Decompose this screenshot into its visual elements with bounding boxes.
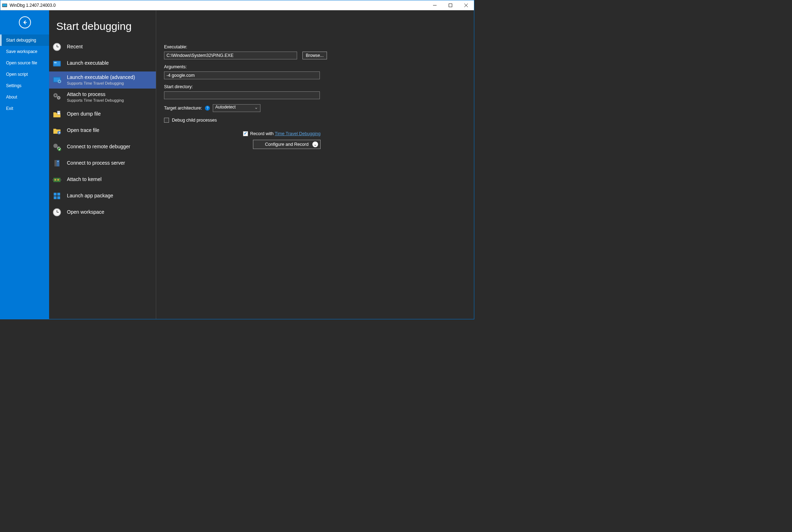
sidebar-item-exit[interactable]: Exit [0,103,49,114]
close-button[interactable] [458,0,474,10]
dump-file-icon [52,109,62,119]
window-title: WinDbg 1.2407.24003.0 [10,3,427,8]
svg-rect-39 [54,196,57,199]
sidebar-item-label: About [6,95,17,100]
titlebar: WinDbg 1.2407.24003.0 [0,0,474,10]
sidebar-item-open-source-file[interactable]: Open source file [0,57,49,69]
option-label: Open dump file [67,111,101,117]
sidebar-item-label: Open source file [6,60,37,65]
option-open-trace-file[interactable]: Open trace file [49,122,156,139]
page-title: Start debugging [49,16,156,39]
debug-children-checkbox[interactable] [164,118,169,123]
arch-select[interactable]: Autodetect [213,104,260,112]
chevron-down-icon[interactable]: ⌄ [312,142,318,147]
clock-icon [52,42,62,52]
arguments-label: Arguments: [164,64,467,69]
body: Start debugging Save workspace Open sour… [0,10,474,319]
executable-label: Executable: [164,44,467,49]
svg-rect-13 [54,62,57,63]
sidebar-item-save-workspace[interactable]: Save workspace [0,46,49,57]
arch-select-value: Autodetect [215,105,236,110]
remote-debugger-icon [52,142,62,152]
ttd-link[interactable]: Time Travel Debugging [275,131,321,136]
back-arrow-icon [19,16,31,28]
option-label: Open workspace [67,209,104,216]
executable-icon [52,58,62,68]
option-label: Launch executable (advanced) [67,74,135,81]
record-ttd-checkbox[interactable] [243,131,248,136]
process-server-icon [52,158,62,168]
option-connect-remote-debugger[interactable]: Connect to remote debugger [49,139,156,155]
window: WinDbg 1.2407.24003.0 Start debugging Sa… [0,0,474,319]
svg-point-21 [58,97,59,99]
app-package-icon [52,191,62,201]
svg-point-26 [53,144,58,148]
startdir-input[interactable] [164,91,320,99]
option-attach-to-process[interactable]: Attach to process Supports Time Travel D… [49,89,156,106]
option-launch-app-package[interactable]: Launch app package [49,188,156,204]
back-button[interactable] [0,10,49,34]
sidebar-item-label: Save workspace [6,49,37,54]
option-label: Attach to kernel [67,176,101,183]
configure-and-record-button[interactable]: Configure and Record ⌄ [253,140,321,149]
sidebar-item-open-script[interactable]: Open script [0,69,49,80]
svg-rect-23 [58,112,60,112]
debug-children-label: Debug child processes [172,118,217,123]
sidebar-item-label: Open script [6,72,28,77]
svg-rect-38 [57,193,60,196]
sidebar-item-label: Start debugging [6,38,36,43]
svg-rect-24 [58,112,60,113]
svg-rect-31 [57,161,59,162]
sidebar: Start debugging Save workspace Open sour… [0,10,49,319]
kernel-icon [52,175,62,185]
workspace-clock-icon [52,207,62,217]
sidebar-item-about[interactable]: About [0,91,49,103]
minimize-button[interactable] [427,0,443,10]
option-label: Connect to remote debugger [67,144,130,150]
svg-rect-40 [57,196,60,199]
option-label: Open trace file [67,127,99,134]
option-label: Launch app package [67,193,113,199]
option-label: Launch executable [67,60,109,66]
svg-rect-37 [54,193,57,196]
option-recent[interactable]: Recent [49,39,156,55]
sidebar-item-settings[interactable]: Settings [0,80,49,91]
svg-point-17 [59,81,60,82]
arch-label: Target architecture: [164,106,202,111]
option-open-workspace[interactable]: Open workspace [49,204,156,220]
help-icon[interactable]: ? [205,106,210,111]
option-label: Attach to process [67,91,124,98]
option-sublabel: Supports Time Travel Debugging [67,81,135,86]
option-launch-executable-advanced[interactable]: Launch executable (advanced) Supports Ti… [49,71,156,89]
gears-icon [52,91,62,101]
option-connect-process-server[interactable]: Connect to process server [49,155,156,171]
sidebar-item-label: Settings [6,83,21,88]
record-label: Record with Time Travel Debugging [250,131,321,136]
option-launch-executable[interactable]: Launch executable [49,55,156,71]
svg-rect-33 [54,179,56,181]
configure-button-label: Configure and Record [265,142,308,147]
option-panel: Start debugging Recent Launch executable [49,10,156,319]
maximize-button[interactable] [443,0,458,10]
option-open-dump-file[interactable]: Open dump file [49,106,156,122]
option-sublabel: Supports Time Travel Debugging [67,98,124,103]
arguments-input[interactable] [164,71,320,79]
option-attach-to-kernel[interactable]: Attach to kernel [49,171,156,188]
sidebar-item-label: Exit [6,106,13,111]
app-icon [2,2,7,8]
sidebar-item-start-debugging[interactable]: Start debugging [0,34,49,46]
svg-rect-1 [2,4,7,6]
option-label: Connect to process server [67,160,125,166]
svg-point-19 [55,95,56,96]
svg-rect-34 [57,179,59,181]
browse-button[interactable]: Browse... [302,52,327,59]
executable-input[interactable] [164,52,297,59]
trace-file-icon [52,126,62,135]
record-label-text: Record with [250,131,275,136]
svg-rect-3 [449,4,452,7]
option-label: Recent [67,44,83,50]
window-controls [427,0,474,10]
form-area: Executable: Browse... Arguments: Start d… [156,10,474,319]
executable-advanced-icon [52,74,62,84]
svg-rect-30 [57,160,59,166]
